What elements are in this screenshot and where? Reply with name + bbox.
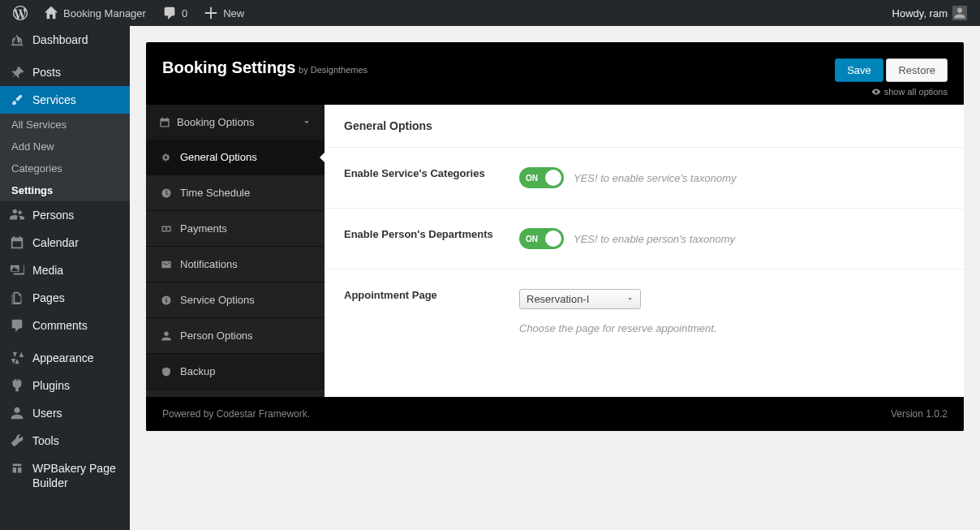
panel-nav-service-options[interactable]: Service Options [146,282,325,318]
sidebar-subitem-all-services[interactable]: All Services [0,114,130,136]
panel-nav-item-label: Notifications [180,258,238,270]
sidebar-item-label: Persons [32,209,74,222]
footer-credit: Powered by Codestar Framework. [162,408,310,420]
panel-nav-item-label: Time Schedule [180,187,250,199]
field-control: ON YES! to enable person's taxonomy [519,228,944,249]
sidebar-item-label: Services [32,93,76,106]
site-name-item[interactable]: Booking Manager [37,0,153,26]
wp-logo[interactable] [6,0,34,26]
users-icon [10,208,24,222]
field-control: Reservation-I Choose the page for reserv… [519,289,944,334]
panel-nav-item-label: General Options [180,151,257,163]
section-title: General Options [325,105,964,147]
person-icon [953,6,966,19]
panel-nav-item-label: Backup [180,365,215,377]
panel-subtitle: by Designthemes [299,65,368,75]
main-content: Booking Settings by Designthemes Save Re… [130,26,980,431]
comment-icon [10,318,24,333]
panel-main: General Options Enable Service's Categor… [325,105,964,397]
panel-header: Booking Settings by Designthemes Save Re… [146,42,964,105]
dashboard-icon [10,32,24,47]
site-name: Booking Manager [63,7,146,19]
sidebar-item-tools[interactable]: Tools [0,427,130,431]
field-appointment-page: Appointment Page Reservation-I Choose th… [325,269,964,354]
admin-bar: Booking Manager 0 New Howdy, ram [0,0,980,26]
plugin-icon [10,378,24,393]
clock-icon [161,187,172,199]
panel-nav: Booking Options General Options Time Sch… [146,105,325,397]
sidebar-item-label: Appearance [32,351,94,364]
sidebar-item-label: Comments [32,319,88,332]
sidebar-item-appearance[interactable]: Appearance [0,344,130,372]
panel-nav-heading-label: Booking Options [177,116,254,128]
sidebar-item-calendar[interactable]: Calendar [0,229,130,256]
panel-nav-time-schedule[interactable]: Time Schedule [146,175,325,211]
sidebar-item-plugins[interactable]: Plugins [0,372,130,399]
comment-icon [162,6,177,20]
appointment-page-select[interactable]: Reservation-I [519,289,641,309]
chevron-down-icon [302,118,312,127]
panel-nav-general-options[interactable]: General Options [146,140,325,175]
comments-item[interactable]: 0 [156,0,194,26]
sidebar-subitem-categories[interactable]: Categories [0,157,130,179]
panel-title-wrap: Booking Settings by Designthemes [162,58,368,77]
settings-panel: Booking Settings by Designthemes Save Re… [146,42,964,431]
enable-categories-toggle[interactable]: ON [519,167,564,188]
show-all-options-link[interactable]: show all options [835,87,948,97]
panel-nav-person-options[interactable]: Person Options [146,318,325,354]
eye-off-icon [871,87,881,97]
panel-nav-item-label: Payments [180,222,227,235]
sidebar-item-label: Dashboard [32,33,88,46]
brush-icon [10,93,24,107]
panel-title: Booking Settings [162,58,295,76]
panel-footer: Powered by Codestar Framework. Version 1… [146,397,964,431]
save-button[interactable]: Save [835,58,883,82]
appearance-icon [10,351,24,365]
avatar [952,6,967,20]
enable-departments-toggle[interactable]: ON [519,228,564,249]
panel-nav-heading[interactable]: Booking Options [146,105,325,140]
field-hint: YES! to enable person's taxonomy [574,233,735,245]
field-hint: YES! to enable service's taxonomy [574,172,736,184]
sidebar-item-services[interactable]: Services [0,86,130,114]
sidebar-item-label: Calendar [32,236,79,249]
admin-sidebar: Dashboard Posts Services All Services Ad… [0,26,130,431]
toggle-text: ON [526,174,538,183]
sidebar-item-persons[interactable]: Persons [0,201,130,229]
restore-button[interactable]: Restore [886,58,948,82]
panel-body: Booking Options General Options Time Sch… [146,105,964,397]
panel-nav-backup[interactable]: Backup [146,354,325,390]
panel-nav-notifications[interactable]: Notifications [146,247,325,282]
sidebar-item-label: Posts [32,66,61,79]
sidebar-item-posts[interactable]: Posts [0,58,130,86]
panel-nav-item-label: Person Options [180,330,253,342]
user-icon [10,406,24,420]
sidebar-item-label: Users [32,407,62,420]
new-item[interactable]: New [197,0,251,26]
greeting: Howdy, ram [892,7,948,19]
comments-count: 0 [182,7,187,19]
field-description: Choose the page for reserve appointment. [519,322,944,334]
field-label: Appointment Page [344,289,519,301]
admin-bar-right[interactable]: Howdy, ram [892,6,974,20]
admin-bar-left: Booking Manager 0 New [6,0,251,26]
sidebar-item-comments[interactable]: Comments [0,312,130,339]
mail-icon [161,259,172,270]
field-label: Enable Person's Departments [344,228,519,240]
footer-version: Version 1.0.2 [891,408,948,420]
sidebar-subitem-settings[interactable]: Settings [0,179,130,201]
chevron-down-icon [626,295,634,303]
sidebar-item-label: Plugins [32,379,70,392]
sidebar-item-pages[interactable]: Pages [0,284,130,312]
new-label: New [223,7,244,19]
sidebar-subitem-add-new[interactable]: Add New [0,136,130,157]
plus-icon [204,6,218,20]
sidebar-item-dashboard[interactable]: Dashboard [0,26,130,54]
field-enable-categories: Enable Service's Categories ON YES! to e… [325,147,964,208]
sidebar-item-users[interactable]: Users [0,399,130,427]
panel-nav-payments[interactable]: Payments [146,211,325,247]
sidebar-item-media[interactable]: Media [0,256,130,284]
pages-icon [10,291,24,305]
calendar-icon [159,117,170,128]
toggle-text: ON [526,235,538,243]
